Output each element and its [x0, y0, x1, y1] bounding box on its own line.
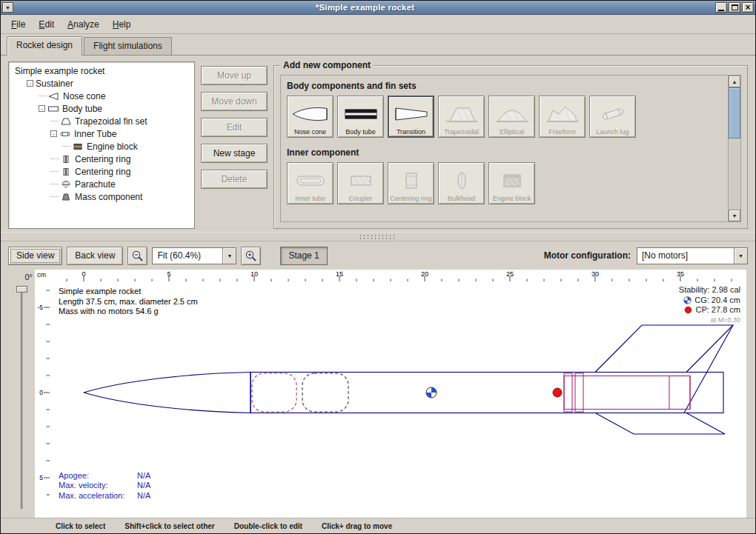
rocket-canvas[interactable]: Simple example rocket Length 37.5 cm, ma…	[50, 281, 746, 507]
status-hint: Click to select	[56, 522, 105, 530]
tab-flight-simulations[interactable]: Flight simulations	[84, 37, 172, 55]
tree-item-mass-component[interactable]: Mass component	[10, 190, 193, 203]
inner-components-dashed	[252, 373, 348, 412]
back-view-button[interactable]: Back view	[67, 247, 123, 265]
rocket-design-panel: Simple example rocket-SustainerNose cone…	[1, 56, 755, 232]
window-title: *Simple example rocket	[16, 3, 714, 12]
innertube-icon	[59, 130, 72, 138]
system-menu-icon[interactable]: ▼	[2, 2, 13, 13]
tree-item-label: Mass component	[75, 192, 142, 202]
close-button[interactable]: ×	[742, 2, 754, 13]
engineblock-icon	[72, 142, 84, 151]
tree-connector	[62, 146, 70, 147]
tree-expander-icon[interactable]: -	[39, 105, 45, 112]
palette-content: Body components and fin sets Nose coneBo…	[281, 76, 728, 221]
component-button-freeform[interactable]: Freeform	[539, 96, 586, 138]
component-button-centering-ring[interactable]: Centering ring	[388, 162, 434, 204]
tree-connector	[39, 96, 47, 96]
tree-item-simple-example-rocket[interactable]: Simple example rocket	[10, 64, 193, 77]
elliptical-component-icon	[493, 99, 531, 129]
new-stage-button[interactable]: New stage	[201, 144, 268, 163]
scroll-down-icon[interactable]: ▼	[729, 210, 740, 221]
tree-connector	[50, 121, 59, 121]
motor-configuration-select[interactable]: [No motors] ▼	[637, 247, 748, 264]
menu-file[interactable]: File	[5, 16, 31, 33]
menu-edit[interactable]: Edit	[33, 16, 60, 33]
rotation-slider-track[interactable]	[21, 287, 23, 509]
component-button-label: Trapezoidal	[444, 129, 479, 136]
zoom-select[interactable]: Fit (60.4%) ▼	[152, 247, 236, 264]
tree-item-engine-block[interactable]: Engine block	[10, 140, 193, 153]
zoom-out-button[interactable]	[127, 247, 147, 265]
rotation-slider-handle[interactable]	[16, 286, 27, 293]
menu-help[interactable]: Help	[107, 16, 137, 33]
component-button-coupler[interactable]: Coupler	[337, 162, 384, 204]
chevron-down-icon[interactable]: ▼	[734, 248, 747, 264]
launchlug-component-icon	[594, 99, 632, 129]
svg-text:15: 15	[336, 270, 343, 278]
tree-item-label: Centering ring	[75, 167, 130, 177]
component-button-engine-block[interactable]: Engine block	[488, 162, 535, 204]
tree-item-label: Trapezoidal fin set	[75, 116, 147, 127]
component-button-label: Body tube	[345, 129, 376, 136]
tree-item-nose-cone[interactable]: Nose cone	[10, 90, 193, 102]
tree-item-trapezoidal-fin-set[interactable]: Trapezoidal fin set	[10, 115, 193, 127]
engineblock-component-icon	[493, 165, 531, 196]
component-button-bulkhead[interactable]: Bulkhead	[438, 162, 485, 204]
scrollbar-thumb[interactable]	[729, 87, 740, 138]
add-new-component-group: Add new component Body components and fi…	[273, 65, 748, 229]
split-handle-icon[interactable]	[359, 234, 397, 239]
minimize-button[interactable]	[715, 2, 727, 13]
chevron-down-icon[interactable]: ▼	[222, 248, 236, 264]
status-hint: Click+ drag to move	[322, 522, 392, 530]
component-button-label: Bulkhead	[448, 196, 476, 202]
flight-stat-row: Apogee:N/A	[59, 471, 150, 481]
tab-rocket-design[interactable]: Rocket design	[7, 36, 82, 56]
delete-button[interactable]: Delete	[201, 170, 268, 189]
component-tree: Simple example rocket-SustainerNose cone…	[8, 61, 195, 229]
minimize-icon	[718, 10, 724, 11]
svg-text:30: 30	[591, 270, 599, 278]
scrollbar-track[interactable]	[729, 87, 740, 210]
tree-connector	[50, 184, 59, 184]
tree-item-label: Inner Tube	[74, 129, 116, 139]
centeringring-icon	[60, 155, 73, 164]
split-pane-divider[interactable]	[1, 232, 755, 241]
edit-button[interactable]: Edit	[201, 118, 268, 137]
move-down-button[interactable]: Move down	[201, 92, 268, 111]
tree-item-parachute[interactable]: Parachute	[10, 178, 193, 190]
tree-expander-icon[interactable]: -	[27, 80, 33, 87]
component-button-elliptical[interactable]: Elliptical	[488, 96, 535, 138]
maximize-button[interactable]	[729, 2, 740, 13]
stability-block: Stability: 2.98 cal CG: 20.4 cm	[679, 285, 740, 325]
component-button-transition[interactable]: Transition	[388, 96, 434, 138]
tree-item-centering-ring[interactable]: Centering ring	[10, 153, 193, 165]
stage-1-toggle[interactable]: Stage 1	[280, 247, 327, 265]
cg-marker	[426, 387, 437, 398]
palette-scrollbar[interactable]: ▲ ▼	[728, 76, 740, 221]
component-button-body-tube[interactable]: Body tube	[337, 96, 384, 138]
horizontal-ruler: 05101520253035	[50, 270, 746, 281]
component-button-nose-cone[interactable]: Nose cone	[287, 96, 334, 138]
tree-item-sustainer[interactable]: -Sustainer	[10, 77, 193, 90]
component-palette: Body components and fin sets Nose coneBo…	[280, 75, 741, 222]
component-button-trapezoidal[interactable]: Trapezoidal	[438, 96, 485, 138]
tree-item-body-tube[interactable]: -Body tube	[10, 102, 193, 115]
move-up-button[interactable]: Move up	[201, 66, 268, 85]
inner-component-label: Inner component	[287, 147, 722, 158]
tree-item-centering-ring[interactable]: Centering ring	[10, 165, 193, 178]
zoom-in-button[interactable]	[241, 247, 261, 265]
tree-item-inner-tube[interactable]: -Inner Tube	[10, 127, 193, 140]
scroll-up-icon[interactable]: ▲	[729, 76, 740, 87]
titlebar: ▼ *Simple example rocket ×	[1, 1, 755, 15]
menu-analyze[interactable]: Analyze	[62, 16, 105, 33]
rocket-info-block: Simple example rocket Length 37.5 cm, ma…	[59, 287, 198, 317]
svg-text:25: 25	[506, 270, 514, 278]
trapezoidal-component-icon	[442, 99, 481, 129]
status-hint: Double-click to edit	[234, 522, 302, 530]
side-view-button[interactable]: Side view	[8, 247, 62, 265]
component-button-launch-lug[interactable]: Launch lug	[589, 96, 636, 138]
tree-expander-icon[interactable]: -	[50, 130, 57, 137]
rocket-outline	[84, 325, 733, 434]
component-button-inner-tube[interactable]: Inner tube	[287, 162, 334, 204]
